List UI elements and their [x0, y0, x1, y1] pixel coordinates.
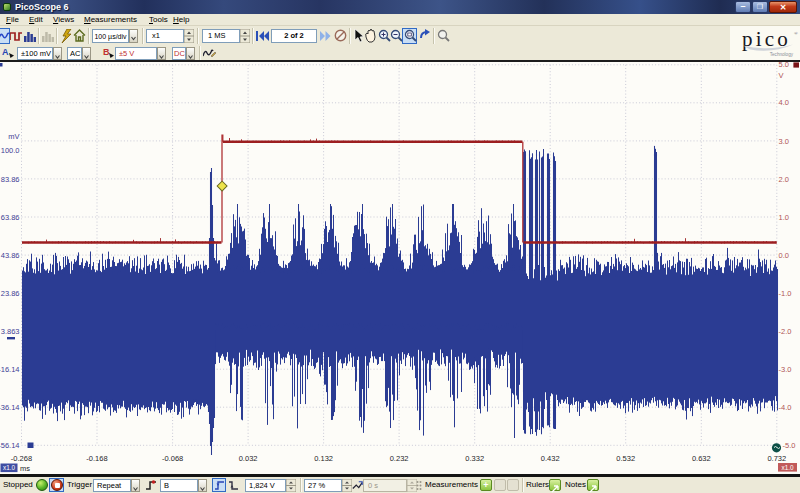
svg-text:x1.0: x1.0: [781, 464, 794, 471]
svg-text:V: V: [779, 71, 784, 80]
svg-text:ms: ms: [20, 464, 30, 473]
svg-text:-0.268: -0.268: [11, 454, 32, 463]
svg-text:-0.068: -0.068: [162, 454, 183, 463]
svg-text:23.86: 23.86: [1, 289, 20, 298]
svg-text:83.86: 83.86: [1, 175, 20, 184]
svg-text:43.86: 43.86: [1, 251, 20, 260]
svg-text:3.0: 3.0: [779, 137, 789, 146]
svg-text:0.132: 0.132: [314, 454, 333, 463]
svg-text:4.0: 4.0: [779, 98, 789, 107]
svg-text:0.032: 0.032: [239, 454, 258, 463]
svg-text:-56.14: -56.14: [0, 441, 20, 450]
svg-text:-16.14: -16.14: [0, 365, 20, 374]
svg-text:-4.0: -4.0: [779, 403, 792, 412]
svg-text:100.0: 100.0: [1, 146, 20, 155]
svg-text:-2.0: -2.0: [779, 327, 792, 336]
svg-text:0.0: 0.0: [779, 251, 789, 260]
svg-text:mV: mV: [8, 132, 19, 141]
svg-text:Technology: Technology: [770, 52, 794, 57]
svg-text:63.86: 63.86: [1, 213, 20, 222]
svg-text:®: ®: [794, 31, 798, 36]
svg-text:-36.14: -36.14: [0, 403, 20, 412]
svg-text:0.332: 0.332: [465, 454, 484, 463]
svg-text:1.0: 1.0: [779, 213, 789, 222]
svg-text:0.432: 0.432: [541, 454, 560, 463]
svg-text:5.0: 5.0: [779, 60, 789, 69]
svg-text:3.863: 3.863: [1, 327, 20, 336]
svg-text:0.732: 0.732: [767, 454, 786, 463]
svg-text:-5.0: -5.0: [783, 441, 796, 450]
svg-text:0.632: 0.632: [692, 454, 711, 463]
svg-text:0.232: 0.232: [390, 454, 409, 463]
svg-text:-3.0: -3.0: [779, 365, 792, 374]
svg-text:2.0: 2.0: [779, 175, 789, 184]
svg-text:x1.0: x1.0: [3, 464, 16, 471]
svg-text:-1.0: -1.0: [779, 289, 792, 298]
svg-text:-0.168: -0.168: [86, 454, 107, 463]
svg-text:0.532: 0.532: [616, 454, 635, 463]
